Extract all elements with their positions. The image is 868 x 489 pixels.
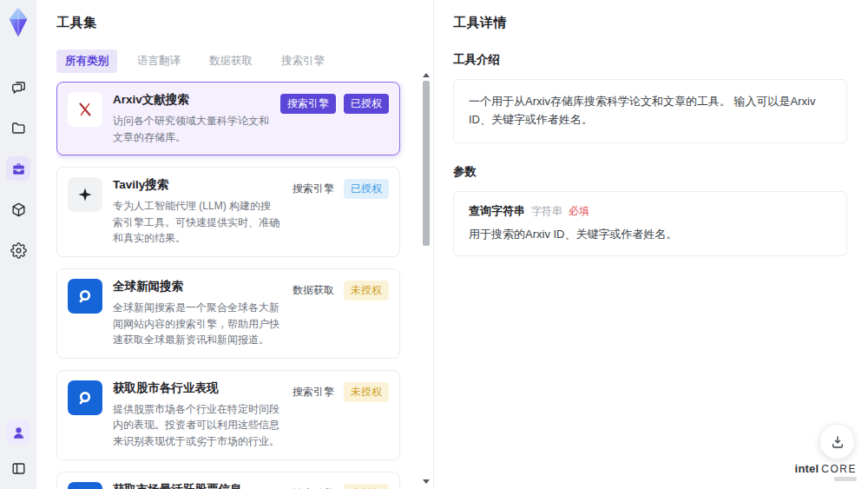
scroll-up-icon[interactable] (423, 73, 430, 77)
brand-intel-text: intel (795, 462, 819, 475)
tab-search-engine[interactable]: 搜索引擎 (273, 50, 333, 73)
sidebar-item-models[interactable] (6, 197, 30, 221)
intel-core-logo: intel CORE (795, 462, 857, 481)
tool-description: 访问各个研究领域大量科学论文和文章的存储库。 (113, 113, 270, 145)
category-tabs: 所有类别 语言翻译 数据获取 搜索引擎 (56, 50, 414, 73)
status-badge: 未授权 (344, 484, 389, 489)
tool-title: 全球新闻搜索 (113, 279, 280, 294)
param-name: 查询字符串 (469, 203, 525, 219)
category-badge: 搜索引擎 (291, 484, 336, 489)
left-rail (0, 0, 36, 489)
download-button[interactable] (819, 424, 855, 459)
tab-translation[interactable]: 语言翻译 (128, 50, 189, 73)
scrollbar-thumb[interactable] (423, 81, 430, 246)
panel-toggle-icon (10, 460, 27, 477)
tab-data-fetch[interactable]: 数据获取 (201, 50, 261, 73)
tool-card-arxiv[interactable]: Arxiv文献搜索 访问各个研究领域大量科学论文和文章的存储库。 搜索引擎 已授… (56, 82, 400, 155)
tab-all-categories[interactable]: 所有类别 (56, 50, 117, 73)
params-heading: 参数 (453, 164, 847, 180)
news-search-icon (68, 279, 102, 314)
sidebar-item-files[interactable] (6, 116, 30, 140)
tool-intro-text: 一个用于从Arxiv存储库搜索科学论文和文章的工具。 输入可以是Arxiv ID… (453, 79, 847, 143)
status-badge: 已授权 (344, 94, 389, 114)
tool-card-global-news[interactable]: 全球新闻搜索 全球新闻搜索是一个聚合全球各大新闻网站内容的搜索引擎，帮助用户快速… (56, 268, 400, 359)
news-search-icon (68, 380, 102, 415)
tool-card-active-stocks[interactable]: 获取市场最活跃股票信息 提供当天交易量最高的股票列表，投资者可以利用这些信息来识… (56, 472, 400, 489)
user-icon (10, 425, 27, 441)
tavily-star-icon (68, 177, 102, 212)
cube-icon (10, 202, 27, 218)
tool-description: 全球新闻搜索是一个聚合全球各大新闻网站内容的搜索引擎，帮助用户快速获取全球最新资… (113, 300, 280, 348)
param-required-badge: 必填 (569, 204, 589, 219)
sidebar-item-collapse[interactable] (6, 456, 30, 480)
category-badge: 数据获取 (291, 281, 336, 301)
sidebar-item-settings[interactable] (6, 238, 30, 262)
tool-title: Tavily搜索 (113, 177, 280, 193)
gear-icon (10, 242, 27, 259)
tool-card-list: Arxiv文献搜索 访问各个研究领域大量科学论文和文章的存储库。 搜索引擎 已授… (56, 82, 414, 489)
app-logo[interactable] (5, 7, 31, 38)
page-title: 工具集 (56, 15, 414, 31)
category-badge: 搜索引擎 (280, 94, 336, 114)
news-search-icon (68, 482, 102, 489)
tool-title: 获取市场最活跃股票信息 (113, 482, 280, 489)
sidebar-item-chat[interactable] (6, 75, 30, 99)
toolbox-icon (10, 161, 27, 177)
parameter-item: 查询字符串 字符串 必填 用于搜索的Arxiv ID、关键字或作者姓名。 (453, 191, 847, 256)
param-type: 字符串 (531, 204, 562, 219)
tool-card-sector-performance[interactable]: 获取股市各行业表现 提供股票市场各个行业在特定时间段内的表现。投资者可以利用这些… (56, 370, 400, 460)
status-badge: 未授权 (344, 382, 389, 402)
tool-description: 专为人工智能代理 (LLM) 构建的搜索引擎工具。可快速提供实时、准确和真实的结… (113, 198, 280, 247)
crystal-logo-icon (5, 7, 31, 38)
download-icon (830, 434, 845, 450)
scroll-down-icon[interactable] (423, 479, 430, 484)
brand-core-text: CORE (821, 463, 857, 475)
chat-icon (10, 79, 27, 96)
sidebar-item-tools[interactable] (6, 156, 30, 181)
tool-description: 提供股票市场各个行业在特定时间段内的表现。投资者可以利用这些信息来识别表现优于或… (113, 401, 280, 450)
tool-title: 获取股市各行业表现 (113, 380, 280, 396)
category-badge: 搜索引擎 (291, 382, 336, 402)
tool-detail-pane: 工具详情 工具介绍 一个用于从Arxiv存储库搜索科学论文和文章的工具。 输入可… (434, 0, 868, 489)
intro-heading: 工具介绍 (453, 52, 847, 68)
status-badge: 未授权 (344, 281, 389, 301)
list-scrollbar[interactable] (422, 73, 431, 484)
arxiv-logo-icon (68, 92, 102, 127)
sidebar-item-account[interactable] (6, 420, 30, 445)
tool-list-pane: 工具集 所有类别 语言翻译 数据获取 搜索引擎 Arxiv文献搜索 访问各个研究… (36, 0, 434, 489)
category-badge: 搜索引擎 (291, 179, 336, 199)
tool-card-tavily[interactable]: Tavily搜索 专为人工智能代理 (LLM) 构建的搜索引擎工具。可快速提供实… (56, 167, 400, 257)
folder-icon (10, 120, 27, 136)
tool-title: Arxiv文献搜索 (113, 92, 270, 108)
param-description: 用于搜索的Arxiv ID、关键字或作者姓名。 (469, 227, 832, 242)
brand-bar (834, 477, 857, 481)
status-badge: 已授权 (344, 179, 389, 199)
detail-title: 工具详情 (453, 15, 847, 31)
